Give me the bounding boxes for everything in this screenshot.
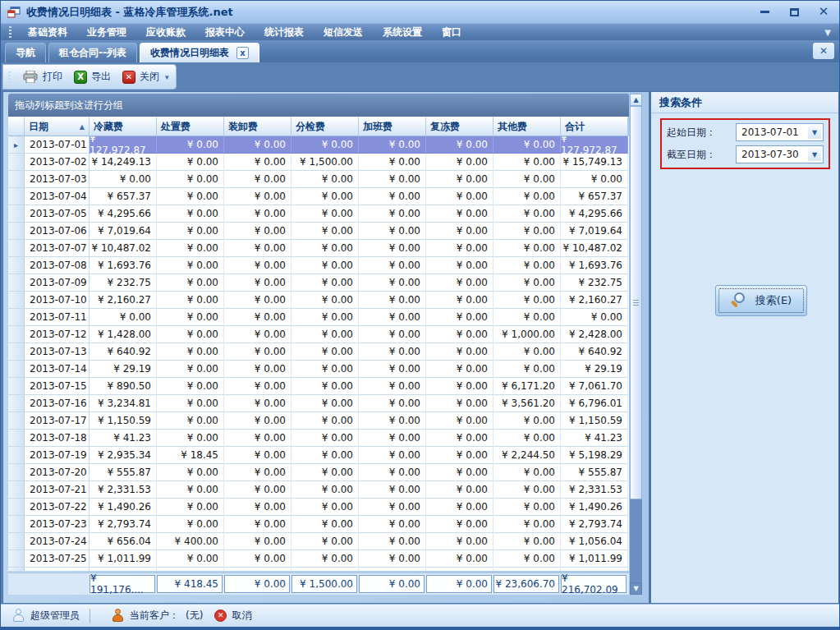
chevron-down-icon[interactable]: ▾ <box>165 73 169 81</box>
money-cell[interactable]: ¥ 0.00 <box>493 171 561 188</box>
money-cell[interactable]: ¥ 0.00 <box>359 395 426 412</box>
money-cell[interactable]: ¥ 18.45 <box>157 447 224 464</box>
money-cell[interactable]: ¥ 5,198.29 <box>561 447 628 464</box>
money-cell[interactable]: ¥ 0.00 <box>426 309 493 326</box>
money-cell[interactable]: ¥ 0.00 <box>224 292 291 309</box>
money-cell[interactable]: ¥ 0.00 <box>157 395 224 412</box>
money-cell[interactable]: ¥ 0.00 <box>157 326 224 343</box>
money-cell[interactable]: ¥ 0.00 <box>291 395 359 412</box>
money-cell[interactable]: ¥ 10,487.02 <box>90 240 157 257</box>
money-cell[interactable]: ¥ 0.00 <box>426 550 493 568</box>
menu-item-5[interactable]: 短信发送 <box>314 24 373 40</box>
date-cell[interactable]: 2013-07-14 <box>25 361 90 378</box>
money-cell[interactable]: ¥ 232.75 <box>90 274 157 292</box>
money-cell[interactable]: ¥ 1,150.59 <box>90 412 157 430</box>
money-cell[interactable]: ¥ 0.00 <box>426 171 493 188</box>
money-cell[interactable]: ¥ 0.00 <box>493 533 561 550</box>
menu-item-2[interactable]: 应收账款 <box>136 24 195 40</box>
money-cell[interactable]: ¥ 6,171.20 <box>493 378 561 395</box>
money-cell[interactable]: ¥ 0.00 <box>493 550 561 568</box>
money-cell[interactable]: ¥ 0.00 <box>426 257 493 274</box>
menu-item-1[interactable]: 业务管理 <box>77 24 136 40</box>
money-cell[interactable]: ¥ 0.00 <box>224 516 291 533</box>
money-cell[interactable]: ¥ 7,019.64 <box>561 223 628 240</box>
money-cell[interactable]: ¥ 0.00 <box>359 550 426 568</box>
table-row[interactable]: 2013-07-26¥ 1,474.73¥ 0.00¥ 0.00¥ 0.00¥ … <box>8 568 629 571</box>
money-cell[interactable]: ¥ 0.00 <box>493 481 561 499</box>
money-cell[interactable]: ¥ 0.00 <box>359 343 426 361</box>
money-cell[interactable]: ¥ 0.00 <box>426 412 493 430</box>
column-header-1[interactable]: 冷藏费 <box>90 117 157 136</box>
table-row[interactable]: 2013-07-20¥ 555.87¥ 0.00¥ 0.00¥ 0.00¥ 0.… <box>8 464 629 481</box>
money-cell[interactable]: ¥ 0.00 <box>157 223 224 240</box>
money-cell[interactable]: ¥ 0.00 <box>224 395 291 412</box>
date-cell[interactable]: 2013-07-03 <box>25 171 90 188</box>
money-cell[interactable]: ¥ 0.00 <box>157 309 224 326</box>
money-cell[interactable]: ¥ 890.50 <box>90 378 157 395</box>
date-cell[interactable]: 2013-07-12 <box>25 326 90 343</box>
money-cell[interactable]: ¥ 0.00 <box>224 309 291 326</box>
money-cell[interactable]: ¥ 0.00 <box>224 481 291 499</box>
end-date-combo[interactable]: 2013-07-30 ▼ <box>736 145 824 163</box>
money-cell[interactable]: ¥ 232.75 <box>561 274 628 292</box>
search-button[interactable]: 搜索(E) <box>715 285 807 316</box>
money-cell[interactable]: ¥ 2,160.27 <box>561 292 628 309</box>
money-cell[interactable]: ¥ 0.00 <box>224 171 291 188</box>
date-cell[interactable]: 2013-07-05 <box>25 205 90 223</box>
column-header-8[interactable]: 合计 <box>561 117 628 136</box>
money-cell[interactable]: ¥ 1,490.26 <box>561 499 628 516</box>
money-cell[interactable]: ¥ 0.00 <box>157 188 224 205</box>
table-row[interactable]: 2013-07-21¥ 2,331.53¥ 0.00¥ 0.00¥ 0.00¥ … <box>8 481 629 499</box>
money-cell[interactable]: ¥ 640.92 <box>561 343 628 361</box>
money-cell[interactable]: ¥ 0.00 <box>359 188 426 205</box>
cancel-label[interactable]: 取消 <box>232 609 251 623</box>
money-cell[interactable]: ¥ 1,490.26 <box>90 499 157 516</box>
table-row[interactable]: 2013-07-08¥ 1,693.76¥ 0.00¥ 0.00¥ 0.00¥ … <box>8 257 629 274</box>
money-cell[interactable]: ¥ 0.00 <box>291 550 359 568</box>
table-row[interactable]: 2013-07-19¥ 2,935.34¥ 18.45¥ 0.00¥ 0.00¥… <box>8 447 629 464</box>
date-cell[interactable]: 2013-07-17 <box>25 412 90 430</box>
table-row[interactable]: 2013-07-03¥ 0.00¥ 0.00¥ 0.00¥ 0.00¥ 0.00… <box>8 171 629 188</box>
money-cell[interactable]: ¥ 2,793.74 <box>90 516 157 533</box>
money-cell[interactable]: ¥ 0.00 <box>426 361 493 378</box>
money-cell[interactable]: ¥ 0.00 <box>224 136 291 154</box>
money-cell[interactable]: ¥ 0.00 <box>493 309 561 326</box>
money-cell[interactable]: ¥ 0.00 <box>291 516 359 533</box>
money-cell[interactable]: ¥ 0.00 <box>359 481 426 499</box>
money-cell[interactable]: ¥ 0.00 <box>426 568 493 571</box>
date-cell[interactable]: 2013-07-04 <box>25 188 90 205</box>
money-cell[interactable]: ¥ 1,011.99 <box>90 550 157 568</box>
cancel-icon[interactable]: ✕ <box>214 609 227 622</box>
table-row[interactable]: 2013-07-25¥ 1,011.99¥ 0.00¥ 0.00¥ 0.00¥ … <box>8 550 629 568</box>
money-cell[interactable]: ¥ 0.00 <box>157 412 224 430</box>
money-cell[interactable]: ¥ 41.23 <box>90 430 157 447</box>
money-cell[interactable]: ¥ 0.00 <box>561 171 628 188</box>
money-cell[interactable]: ¥ 0.00 <box>426 136 493 154</box>
money-cell[interactable]: ¥ 1,150.59 <box>561 412 628 430</box>
money-cell[interactable]: ¥ 657.37 <box>90 188 157 205</box>
money-cell[interactable]: ¥ 0.00 <box>291 378 359 395</box>
date-cell[interactable]: 2013-07-20 <box>25 464 90 481</box>
money-cell[interactable]: ¥ 0.00 <box>291 464 359 481</box>
money-cell[interactable]: ¥ 0.00 <box>359 499 426 516</box>
money-cell[interactable]: ¥ 0.00 <box>493 136 561 154</box>
date-cell[interactable]: 2013-07-25 <box>25 550 90 568</box>
money-cell[interactable]: ¥ 0.00 <box>291 326 359 343</box>
money-cell[interactable]: ¥ 0.00 <box>90 309 157 326</box>
money-cell[interactable]: ¥ 15,749.13 <box>561 154 628 171</box>
tab-rental-contract-list[interactable]: 租仓合同--列表 <box>48 43 137 62</box>
table-row[interactable]: 2013-07-23¥ 2,793.74¥ 0.00¥ 0.00¥ 0.00¥ … <box>8 516 629 533</box>
money-cell[interactable]: ¥ 2,935.34 <box>90 447 157 464</box>
money-cell[interactable]: ¥ 1,500.00 <box>291 154 359 171</box>
money-cell[interactable]: ¥ 2,244.50 <box>493 447 561 464</box>
menu-item-7[interactable]: 窗口 <box>432 24 471 40</box>
money-cell[interactable]: ¥ 0.00 <box>426 533 493 550</box>
money-cell[interactable]: ¥ 0.00 <box>157 154 224 171</box>
money-cell[interactable]: ¥ 0.00 <box>224 223 291 240</box>
money-cell[interactable]: ¥ 0.00 <box>493 223 561 240</box>
money-cell[interactable]: ¥ 29.19 <box>561 361 628 378</box>
money-cell[interactable]: ¥ 0.00 <box>493 188 561 205</box>
date-cell[interactable]: 2013-07-10 <box>25 292 90 309</box>
money-cell[interactable]: ¥ 0.00 <box>291 361 359 378</box>
money-cell[interactable]: ¥ 0.00 <box>426 481 493 499</box>
